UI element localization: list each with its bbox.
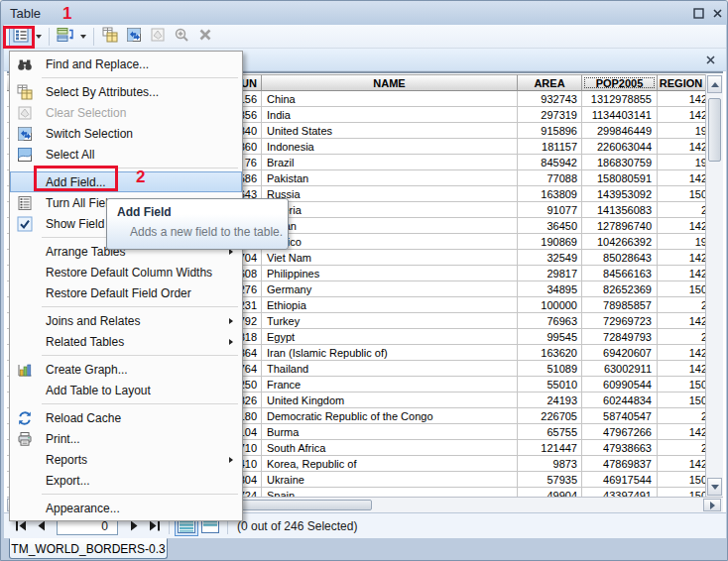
menu-item-find-and-replace[interactable]: Find and Replace... (10, 54, 242, 74)
cell-area: 163620 (518, 345, 582, 361)
cell-pop2005: 63002911 (582, 361, 658, 377)
cell-pop2005: 141356083 (582, 202, 658, 218)
menu-separator (10, 352, 242, 359)
menu-item-reports[interactable]: Reports (10, 449, 242, 470)
chevron-down-icon[interactable] (36, 35, 42, 39)
menu-item-appearance[interactable]: Appearance... (10, 498, 242, 518)
switch-selection-button[interactable] (122, 26, 146, 48)
vertical-scroll-thumb[interactable] (708, 98, 721, 162)
cell-area: 29817 (518, 266, 582, 281)
annotation-step-1: 1 (62, 5, 71, 22)
cell-pop2005: 104266392 (582, 234, 658, 250)
menu-item-label: Joins and Relates (46, 314, 140, 328)
related-tables-button[interactable] (54, 26, 77, 48)
scroll-right-button[interactable] (703, 499, 721, 511)
clear-selection-disabled-icon (150, 27, 166, 47)
menu-separator (10, 74, 242, 81)
select-by-attributes-icon (10, 81, 40, 102)
cell-name: China (262, 91, 518, 107)
cell-area: 36450 (518, 218, 582, 234)
cell-area: 91077 (518, 202, 582, 218)
tab-tm-world-borders[interactable]: TM_WORLD_BORDERS-0.3 (9, 538, 168, 559)
menu-icon-gutter (10, 449, 40, 470)
column-header-name[interactable]: NAME (262, 74, 518, 91)
menu-icon-gutter (10, 470, 40, 491)
cell-name: Russia (262, 186, 518, 202)
scroll-up-button[interactable] (707, 75, 722, 93)
checkbox-checked-icon (10, 213, 40, 234)
cell-area: 51089 (518, 361, 582, 377)
cell-area: 77088 (518, 170, 582, 186)
cell-name: Democratic Republic of the Congo (262, 408, 518, 424)
cell-pop2005: 158080591 (582, 170, 658, 186)
menu-item-create-graph[interactable]: Create Graph... (10, 359, 242, 380)
menu-item-related-tables[interactable]: Related Tables (10, 331, 242, 352)
cell-area: 190869 (518, 234, 582, 250)
cell-name: India (262, 107, 518, 123)
maximize-button[interactable] (691, 6, 705, 20)
menu-item-restore-default-field-order[interactable]: Restore Default Field Order (10, 282, 242, 303)
menu-item-switch-selection[interactable]: Switch Selection (10, 123, 242, 144)
next-record-icon (130, 520, 139, 531)
first-record-icon (15, 520, 28, 531)
menu-item-add-table-to-layout[interactable]: Add Table to Layout (10, 380, 242, 400)
menu-icon-gutter (10, 310, 40, 331)
scroll-down-button[interactable] (707, 478, 722, 496)
menu-item-label: Find and Replace... (46, 57, 149, 71)
menu-item-label: Switch Selection (46, 127, 133, 141)
title-bar: Table 1 (1, 1, 728, 25)
cell-name: Ethiopia (262, 297, 518, 313)
cell-name: Korea, Republic of (262, 456, 518, 472)
menu-item-joins-and-relates[interactable]: Joins and Relates (10, 310, 242, 331)
cell-pop2005: 58740547 (582, 408, 658, 424)
menu-item-label: Add Table to Layout (46, 384, 151, 397)
cell-pop2005: 143953092 (582, 186, 658, 202)
column-header-area[interactable]: AREA (518, 74, 582, 91)
cell-pop2005: 60244834 (582, 393, 658, 408)
scroll-up-icon (711, 82, 719, 87)
select-all-icon (10, 144, 40, 165)
cell-pop2005: 127896740 (582, 218, 658, 234)
clear-selection-button (146, 26, 170, 48)
cell-name: Mexico (262, 234, 518, 250)
cell-area: 226705 (518, 408, 582, 424)
cell-pop2005: 299846449 (582, 123, 658, 139)
menu-item-label: Print... (46, 432, 80, 446)
cell-area: 76963 (518, 313, 582, 329)
pane-close-button[interactable] (703, 53, 717, 66)
menu-item-label: Create Graph... (46, 363, 128, 377)
cell-name: Japan (262, 218, 518, 234)
table-options-menu: Find and Replace...Select By Attributes.… (9, 51, 243, 521)
binoculars-icon (10, 54, 40, 74)
cell-name: Burma (262, 424, 518, 440)
menu-item-restore-default-column-widths[interactable]: Restore Default Column Widths (10, 262, 242, 282)
menu-item-reload-cache[interactable]: Reload Cache (10, 407, 242, 428)
close-button[interactable] (710, 6, 724, 20)
chevron-down-icon[interactable] (80, 35, 86, 39)
delete-disabled-icon (198, 28, 212, 46)
vertical-scrollbar[interactable] (705, 74, 723, 497)
scroll-right-icon (710, 502, 715, 509)
cell-area: 34895 (518, 281, 582, 297)
cell-pop2005: 72849793 (582, 329, 658, 345)
zoom-to-selected-button (170, 26, 193, 48)
column-header-pop2005[interactable]: POP2005 (582, 74, 658, 91)
menu-item-select-by-attributes[interactable]: Select By Attributes... (10, 81, 242, 102)
selection-status-text: (0 out of 246 Selected) (237, 519, 357, 533)
menu-item-print[interactable]: Print... (10, 428, 242, 449)
select-by-attributes-button[interactable] (98, 26, 122, 48)
menu-item-export[interactable]: Export... (10, 470, 242, 491)
submenu-arrow-icon (229, 339, 233, 345)
cell-name: Indonesia (262, 139, 518, 155)
cell-area: 100000 (518, 297, 582, 313)
cell-area: 65755 (518, 424, 582, 440)
cell-area: 845942 (518, 155, 582, 170)
cell-name: Turkey (262, 313, 518, 329)
cell-pop2005: 60990544 (582, 377, 658, 393)
menu-item-select-all[interactable]: Select All (10, 144, 242, 165)
previous-record-icon (37, 520, 46, 531)
switch-selection-icon (10, 123, 40, 144)
menu-separator (10, 400, 242, 407)
submenu-arrow-icon (229, 457, 233, 463)
cell-name: Germany (262, 281, 518, 297)
